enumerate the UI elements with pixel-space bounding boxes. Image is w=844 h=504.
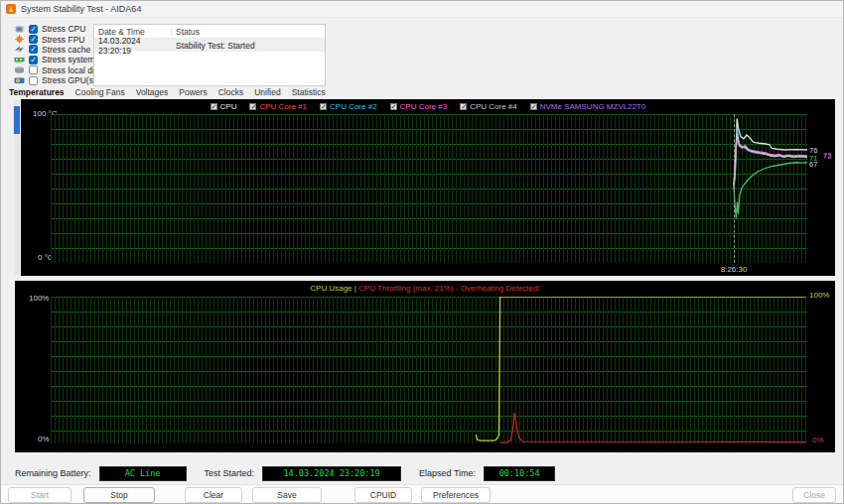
start-button[interactable]: Start [8, 487, 71, 503]
stress-option-label: Stress FPU [42, 35, 84, 45]
stress-option-label: Stress cache [42, 45, 90, 55]
legend-label: CPU Core #1 [259, 102, 307, 111]
temperature-chart: ✓CPU✓CPU Core #1✓CPU Core #2✓CPU Core #3… [21, 99, 835, 276]
log-col-status[interactable]: Status [172, 27, 325, 37]
tab-temperatures[interactable]: Temperatures [9, 87, 65, 97]
usage-axis-min-label: 0% [38, 435, 50, 443]
battery-label: Remaining Battery: [15, 468, 91, 478]
tab-powers[interactable]: Powers [179, 87, 207, 97]
series-cpu-usage [476, 297, 805, 441]
log-cell-datetime: 14.03.2024 23:20:19 [94, 36, 172, 56]
series-nvme-samsung-mzvl22t0 [734, 163, 807, 218]
elapsed-time-label: Elapsed Time: [419, 468, 476, 478]
legend-item-cpu: ✓CPU [211, 102, 237, 111]
chart-tabs: TemperaturesCooling FansVoltagesPowersCl… [9, 87, 326, 97]
tab-cooling-fans[interactable]: Cooling Fans [75, 87, 125, 97]
stress-option-label: Stress GPU(s) [42, 75, 96, 85]
cpu-usage-chart: CPU Usage | CPU Throttling (max. 21%) - … [15, 281, 835, 452]
scrollbar-thumb[interactable] [14, 106, 20, 134]
tab-statistics[interactable]: Statistics [292, 87, 326, 97]
cpu-usage-title: CPU Usage [310, 284, 352, 293]
aida64-app-icon [6, 4, 16, 14]
time-axis-label: 8:26:30 [721, 265, 748, 274]
legend-checkbox[interactable]: ✓ [211, 103, 217, 110]
button-group-right: Close [792, 487, 836, 503]
log-row[interactable]: 14.03.2024 23:20:19Stability Test: Start… [94, 39, 325, 52]
series-cpu-throttling [500, 413, 805, 442]
temperature-plot [51, 114, 807, 263]
legend-checkbox[interactable]: ✓ [249, 103, 256, 110]
button-group-left: StartStopClearSaveCPUIDPreferences [8, 487, 491, 503]
legend-item-cpu-core-4: ✓CPU Core #4 [460, 102, 517, 111]
battery-value: AC Line [99, 466, 187, 481]
legend-item-cpu-core-1: ✓CPU Core #1 [249, 102, 307, 111]
legend-label: CPU Core #4 [470, 102, 517, 111]
save-button[interactable]: Save [252, 487, 322, 503]
log-rows: 14.03.2024 23:20:19Stability Test: Start… [94, 39, 325, 52]
memory-icon [14, 56, 25, 64]
clear-button[interactable]: Clear [185, 487, 242, 503]
legend-label: CPU [220, 102, 237, 111]
cpu-icon [14, 25, 25, 34]
throttling-warning: CPU Throttling (max. 21%) - Overheating … [358, 284, 540, 293]
tab-unified[interactable]: Unified [254, 87, 280, 97]
legend-checkbox[interactable]: ✓ [460, 103, 467, 110]
temperature-legend: ✓CPU✓CPU Core #1✓CPU Core #2✓CPU Core #3… [21, 102, 835, 111]
event-log-panel: Date & Time Status 14.03.2024 23:20:19St… [93, 24, 326, 86]
legend-checkbox[interactable]: ✓ [320, 103, 327, 110]
cpuid-button[interactable]: CPUID [354, 487, 412, 503]
disk-icon [14, 65, 25, 74]
checkbox[interactable] [29, 65, 38, 74]
current-value-label: 72 [823, 152, 831, 161]
current-value-label: 67 [809, 159, 817, 168]
test-started-value: 14.03.2024 23:20:19 [262, 466, 401, 481]
tab-clocks[interactable]: Clocks [218, 87, 244, 97]
legend-checkbox[interactable]: ✓ [530, 103, 537, 110]
chart-vertical-scrollbar[interactable] [14, 100, 20, 275]
test-started-label: Test Started: [205, 468, 255, 478]
checkbox[interactable]: ✓ [29, 25, 38, 34]
legend-label: CPU Core #3 [400, 102, 448, 111]
legend-checkbox[interactable]: ✓ [390, 103, 397, 110]
fpu-icon [14, 35, 25, 44]
throttling-current-value-label: 0% [812, 436, 824, 444]
series-cpu-core-1 [734, 132, 807, 186]
legend-label: CPU Core #2 [330, 102, 377, 111]
cache-icon [14, 45, 25, 54]
close-button[interactable]: Close [792, 487, 836, 503]
preferences-button[interactable]: Preferences [421, 487, 491, 503]
usage-axis-max-label: 100% [29, 294, 49, 303]
legend-item-cpu-core-2: ✓CPU Core #2 [320, 102, 377, 111]
cpu-usage-plot [51, 297, 807, 443]
legend-item-cpu-core-3: ✓CPU Core #3 [390, 102, 448, 111]
legend-item-nvme-samsung-mzvl22t0: ✓NVMe SAMSUNG MZVL22T0 [530, 102, 646, 111]
log-cell-status: Stability Test: Started [172, 41, 325, 51]
checkbox[interactable]: ✓ [29, 56, 38, 64]
system-stability-test-window: System Stability Test - AIDA64 ✓Stress C… [0, 0, 844, 504]
checkbox[interactable]: ✓ [29, 45, 38, 54]
series-cpu-core-3 [734, 135, 807, 185]
series-cpu-core-4 [734, 134, 807, 187]
stop-button[interactable]: Stop [83, 487, 155, 503]
titlebar: System Stability Test - AIDA64 [1, 1, 843, 18]
header-separator: | [354, 284, 356, 293]
cpu-usage-chart-header: CPU Usage | CPU Throttling (max. 21%) - … [15, 284, 835, 293]
usage-current-value-label: 100% [809, 291, 829, 300]
button-bar: StartStopClearSaveCPUIDPreferences Close [1, 484, 843, 504]
test-start-marker [734, 114, 735, 263]
checkbox[interactable] [29, 76, 38, 85]
checkbox[interactable]: ✓ [29, 35, 38, 44]
temperature-current-values: 7671677372 [809, 114, 835, 263]
cpu-usage-series-svg [51, 297, 807, 443]
window-title: System Stability Test - AIDA64 [21, 4, 141, 14]
legend-label: NVMe SAMSUNG MZVL22T0 [540, 102, 646, 111]
gpu-icon [14, 76, 25, 85]
elapsed-time-value: 00:10:54 [484, 466, 555, 481]
series-cpu [734, 119, 807, 189]
status-bar: Remaining Battery: AC Line Test Started:… [15, 464, 555, 482]
temperature-series-svg [51, 114, 807, 263]
stress-option-label: Stress CPU [42, 24, 85, 34]
tab-voltages[interactable]: Voltages [136, 87, 169, 97]
